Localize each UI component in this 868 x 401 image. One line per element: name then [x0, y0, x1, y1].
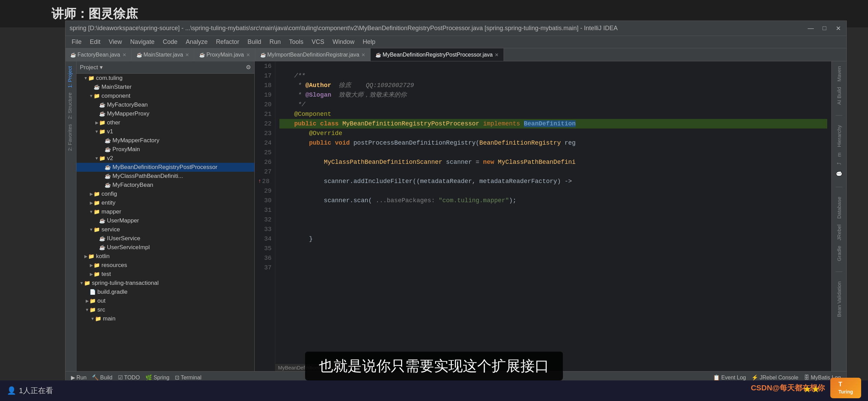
tree-item-resources[interactable]: ▶ 📁 resources [76, 261, 254, 270]
tree-item-comtuling[interactable]: ▼ 📁 com.tuling [76, 74, 254, 83]
tree-item-mainstarter[interactable]: ☕ MainStarter [76, 83, 254, 92]
minimize-button[interactable]: — [807, 24, 815, 33]
tree-item-mapper[interactable]: ▼ 📁 mapper [76, 207, 254, 216]
todo-icon: ☑ [118, 374, 123, 381]
menu-view[interactable]: View [105, 37, 125, 47]
tree-item-out[interactable]: ▶ 📁 out [76, 296, 254, 305]
sidebar-tab-favorites[interactable]: 2: Favorites [65, 122, 76, 153]
code-line-25 [279, 148, 827, 157]
code-line-21: @Component [279, 109, 827, 119]
left-tabs: 1: Project 2: Structure 2: Favorites [65, 61, 76, 371]
tree-item-mymapperproxy[interactable]: ☕ MyMapperProxy [76, 109, 254, 118]
tree-item-service[interactable]: ▼ 📁 service [76, 225, 254, 234]
tab-mybeandef[interactable]: ☕ MyBeanDefinitionRegistryPostProcessor.… [371, 48, 504, 61]
terminal-icon: ⊡ [175, 374, 179, 381]
sidebar-tab-project[interactable]: 1: Project [65, 64, 76, 90]
tab-proxymain[interactable]: ☕ ProxyMain.java ✕ [194, 48, 255, 61]
tree-item-src[interactable]: ▼ 📁 src [76, 305, 254, 314]
code-line-24: public void postProcessBeanDefinitionReg… [279, 138, 827, 148]
tree-item-iuserservice[interactable]: ☕ IUserService [76, 234, 254, 243]
code-line-23: @Override [279, 129, 827, 138]
person-icon: 👤 [7, 386, 16, 395]
status-todo[interactable]: ☑ TODO [118, 374, 140, 381]
tree-item-kotlin[interactable]: ▶ 📁 kotlin [76, 252, 254, 261]
viewer-count: 👤 1人正在看 [7, 386, 53, 396]
menu-refactor[interactable]: Refactor [213, 37, 243, 47]
code-editor[interactable]: 16 17 18 19 20 21 22 23 24 25 26 27 ↑28 … [255, 61, 831, 371]
menu-run[interactable]: Run [266, 37, 284, 47]
tree-item-spring-tuling-trans[interactable]: ▼ 📁 spring-tuling-transactional [76, 279, 254, 288]
code-line-22: public class MyBeanDefinitionRegistryPos… [279, 119, 827, 129]
right-panel-comments[interactable]: 💬 [835, 168, 844, 179]
maximize-button[interactable]: □ [820, 24, 829, 33]
menu-code[interactable]: Code [159, 37, 181, 47]
right-panel-hierarchy[interactable]: Hierarchy [835, 123, 843, 149]
tree-item-myfactorybean2[interactable]: ☕ MyFactoryBean [76, 181, 254, 190]
star-icon: ★★ [803, 384, 820, 394]
sidebar-tab-structure[interactable]: 2: Structure [65, 90, 76, 121]
status-run[interactable]: ▶ Run [71, 374, 86, 381]
right-panel-share[interactable]: ⤴ [835, 160, 843, 167]
subtitle-text: 也就是说你只需要实现这个扩展接口 [319, 358, 549, 374]
tree-item-main[interactable]: ▼ 📁 main [76, 314, 254, 323]
menu-file[interactable]: File [68, 37, 85, 47]
right-panel-ai-build[interactable]: AI Build [835, 85, 843, 107]
tab-myimport[interactable]: ☕ MyImportBeanDefinitionRegistrar.java ✕ [255, 48, 371, 61]
tab-close-mainstarter[interactable]: ✕ [185, 52, 189, 58]
ide-window: spring [D:\ideaworkspace\spring-source] … [65, 21, 847, 384]
tree-item-myfactorybean1[interactable]: ☕ MyFactoryBean [76, 100, 254, 109]
menu-window[interactable]: Window [329, 37, 358, 47]
tree-item-component[interactable]: ▼ 📁 component [76, 92, 254, 100]
tree-item-buildgradle[interactable]: 📄 build.gradle [76, 288, 254, 296]
menu-tools[interactable]: Tools [286, 37, 307, 47]
tree-item-v2[interactable]: ▼ 📁 v2 [76, 154, 254, 163]
right-panel-bean-validation[interactable]: Bean Validation [835, 279, 843, 319]
menu-analyze[interactable]: Analyze [182, 37, 211, 47]
watermark-text: 讲师：图灵徐庶 [51, 5, 138, 22]
tree-item-test[interactable]: ▶ 📁 test [76, 270, 254, 279]
right-panel: Maven AI Build — Hierarchy m ⤴ 💬 — Datab… [831, 61, 846, 371]
right-panel-gradle[interactable]: Gradle [835, 244, 843, 263]
right-panel-maven[interactable]: Maven [835, 64, 843, 84]
tab-factorybean[interactable]: ☕ FactoryBean.java ✕ [65, 48, 132, 61]
title-bar-text: spring [D:\ideaworkspace\spring-source] … [70, 25, 807, 32]
sidebar-title: Project ▾ [80, 64, 103, 71]
status-terminal[interactable]: ⊡ Terminal [175, 374, 201, 381]
tree-item-userserviceimpl[interactable]: ☕ UserServiceImpl [76, 243, 254, 252]
event-log-label: Event Log [721, 375, 746, 381]
tree-item-mymapperfactory[interactable]: ☕ MyMapperFactory [76, 136, 254, 145]
tab-mainstarter[interactable]: ☕ MainStarter.java ✕ [132, 48, 195, 61]
right-panel-database[interactable]: Database [835, 195, 843, 221]
tab-close-mybeandef[interactable]: ✕ [495, 52, 499, 58]
tree-item-other[interactable]: ▶ 📁 other [76, 118, 254, 127]
menu-build[interactable]: Build [244, 37, 265, 47]
menu-navigate[interactable]: Navigate [127, 37, 158, 47]
menu-help[interactable]: Help [359, 37, 379, 47]
code-line-29 [279, 186, 827, 196]
tree-item-v1[interactable]: ▼ 📁 v1 [76, 127, 254, 136]
tab-close-proxymain[interactable]: ✕ [246, 52, 250, 58]
right-panel-m[interactable]: m [835, 150, 843, 159]
tree-item-myclasspath[interactable]: ☕ MyClassPathBeanDefiniti... [76, 172, 254, 181]
code-line-18: * @Author 徐庶 QQ:1092002729 [279, 81, 827, 90]
tab-close-factorybean[interactable]: ✕ [122, 52, 126, 58]
right-panel-jrebel[interactable]: JRebel [835, 222, 843, 243]
sidebar-panel: Project ▾ ⚙ ▼ 📁 com.tuling ☕ MainStarter… [76, 61, 255, 371]
sidebar-settings-icon[interactable]: ⚙ [246, 64, 251, 71]
menu-edit[interactable]: Edit [86, 37, 104, 47]
build-icon: 🔨 [92, 374, 99, 381]
tab-close-myimport[interactable]: ✕ [361, 52, 365, 58]
tree-item-proxymain-tree[interactable]: ☕ ProxyMain [76, 145, 254, 154]
code-line-36 [279, 253, 827, 263]
status-spring[interactable]: 🌿 Spring [145, 374, 169, 381]
tree-item-usermapper[interactable]: ☕ UserMapper [76, 216, 254, 225]
close-button[interactable]: ✕ [834, 24, 842, 33]
menu-vcs[interactable]: VCS [308, 37, 328, 47]
title-bar-controls: — □ ✕ [807, 24, 842, 33]
tree-item-config[interactable]: ▶ 📁 config [76, 190, 254, 198]
divider-icon: — [836, 111, 843, 119]
tree-item-entity[interactable]: ▶ 📁 entity [76, 198, 254, 207]
status-build[interactable]: 🔨 Build [92, 374, 112, 381]
status-event-log[interactable]: 📋 Event Log [713, 374, 746, 381]
tree-item-mybeandefregpost[interactable]: ☕ MyBeanDefinitionRegistryPostProcessor [76, 163, 254, 172]
